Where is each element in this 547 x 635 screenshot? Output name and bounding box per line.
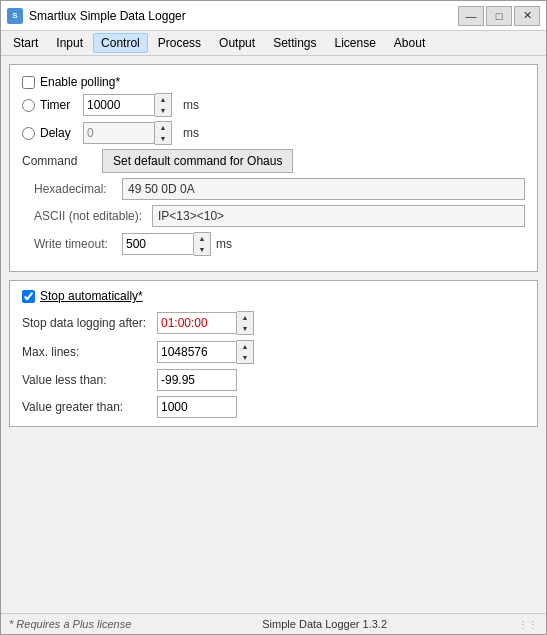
polling-section: Enable polling* Timer ▲ ▼ ms [9, 64, 538, 272]
value-less-label: Value less than: [22, 373, 152, 387]
hex-input[interactable] [122, 178, 525, 200]
value-less-input[interactable] [157, 369, 237, 391]
menu-bar: Start Input Control Process Output Setti… [1, 31, 546, 56]
maximize-button[interactable]: □ [486, 6, 512, 26]
delay-spin-down[interactable]: ▼ [155, 133, 171, 144]
delay-spinner-buttons: ▲ ▼ [155, 121, 172, 145]
command-row: Command Set default command for Ohaus [22, 149, 525, 173]
timer-spin-down[interactable]: ▼ [155, 105, 171, 116]
enable-polling-label[interactable]: Enable polling* [22, 75, 120, 89]
stop-auto-text: Stop automatically* [40, 289, 143, 303]
timeout-spin-down[interactable]: ▼ [194, 244, 210, 255]
max-lines-spin-up[interactable]: ▲ [237, 341, 253, 352]
footer-version: Simple Data Logger 1.3.2 [262, 618, 387, 630]
window-title: Smartlux Simple Data Logger [29, 9, 458, 23]
enable-polling-row: Enable polling* [22, 75, 525, 89]
timer-input[interactable] [83, 94, 155, 116]
stop-after-label: Stop data logging after: [22, 316, 152, 330]
hex-row: Hexadecimal: [22, 178, 525, 200]
timeout-input[interactable] [122, 233, 194, 255]
delay-spin-up[interactable]: ▲ [155, 122, 171, 133]
app-icon: S [7, 8, 23, 24]
value-greater-input-wrapper [157, 396, 525, 418]
stop-after-spin-up[interactable]: ▲ [237, 312, 253, 323]
delay-row: Delay ▲ ▼ ms [22, 121, 525, 145]
footer: * Requires a Plus license Simple Data Lo… [1, 613, 546, 634]
delay-radio[interactable] [22, 127, 35, 140]
enable-polling-checkbox[interactable] [22, 76, 35, 89]
resize-icon: ⋮⋮ [518, 619, 538, 630]
delay-input[interactable] [83, 122, 155, 144]
menu-control[interactable]: Control [93, 33, 148, 53]
menu-about[interactable]: About [386, 33, 433, 53]
timer-unit: ms [183, 98, 199, 112]
timer-radio-label[interactable]: Timer [22, 98, 77, 112]
max-lines-input-wrapper: ▲ ▼ [157, 340, 525, 364]
timeout-unit: ms [216, 237, 232, 251]
stop-auto-label[interactable]: Stop automatically* [22, 289, 143, 303]
timer-label: Timer [40, 98, 70, 112]
delay-spinner: ▲ ▼ [83, 121, 172, 145]
max-lines-label: Max. lines: [22, 345, 152, 359]
delay-unit: ms [183, 126, 199, 140]
footer-note: * Requires a Plus license [9, 618, 131, 630]
close-button[interactable]: ✕ [514, 6, 540, 26]
stop-auto-checkbox[interactable] [22, 290, 35, 303]
menu-start[interactable]: Start [5, 33, 46, 53]
hex-label: Hexadecimal: [22, 182, 122, 196]
window-controls: — □ ✕ [458, 6, 540, 26]
stop-after-spin-down[interactable]: ▼ [237, 323, 253, 334]
timer-spinner: ▲ ▼ [83, 93, 172, 117]
stop-header: Stop automatically* [22, 289, 525, 303]
value-greater-label: Value greater than: [22, 400, 152, 414]
max-lines-spin-down[interactable]: ▼ [237, 352, 253, 363]
timeout-spinner: ▲ ▼ [122, 232, 211, 256]
max-lines-input[interactable] [157, 341, 237, 363]
timer-radio[interactable] [22, 99, 35, 112]
stop-after-input-wrapper: ▲ ▼ [157, 311, 525, 335]
timeout-spin-up[interactable]: ▲ [194, 233, 210, 244]
command-label: Command [22, 154, 102, 168]
timeout-label: Write timeout: [22, 237, 122, 251]
minimize-button[interactable]: — [458, 6, 484, 26]
value-less-input-wrapper [157, 369, 525, 391]
timeout-row: Write timeout: ▲ ▼ ms [22, 232, 525, 256]
timer-spin-up[interactable]: ▲ [155, 94, 171, 105]
stop-after-input[interactable] [157, 312, 237, 334]
timer-row: Timer ▲ ▼ ms [22, 93, 525, 117]
enable-polling-text: Enable polling* [40, 75, 120, 89]
menu-settings[interactable]: Settings [265, 33, 324, 53]
title-bar: S Smartlux Simple Data Logger — □ ✕ [1, 1, 546, 31]
stop-fields: Stop data logging after: ▲ ▼ Max. lines:… [22, 311, 525, 418]
timer-spinner-buttons: ▲ ▼ [155, 93, 172, 117]
ascii-row: ASCII (not editable): [22, 205, 525, 227]
max-lines-spinner: ▲ ▼ [237, 340, 254, 364]
menu-output[interactable]: Output [211, 33, 263, 53]
value-greater-input[interactable] [157, 396, 237, 418]
set-default-command-button[interactable]: Set default command for Ohaus [102, 149, 293, 173]
delay-label: Delay [40, 126, 71, 140]
ascii-input [152, 205, 525, 227]
menu-license[interactable]: License [326, 33, 383, 53]
timeout-spinner-buttons: ▲ ▼ [194, 232, 211, 256]
menu-input[interactable]: Input [48, 33, 91, 53]
delay-radio-label[interactable]: Delay [22, 126, 77, 140]
stop-section: Stop automatically* Stop data logging af… [9, 280, 538, 427]
ascii-label: ASCII (not editable): [22, 209, 152, 223]
main-window: S Smartlux Simple Data Logger — □ ✕ Star… [0, 0, 547, 635]
stop-after-spinner: ▲ ▼ [237, 311, 254, 335]
menu-process[interactable]: Process [150, 33, 209, 53]
main-content: Enable polling* Timer ▲ ▼ ms [1, 56, 546, 613]
